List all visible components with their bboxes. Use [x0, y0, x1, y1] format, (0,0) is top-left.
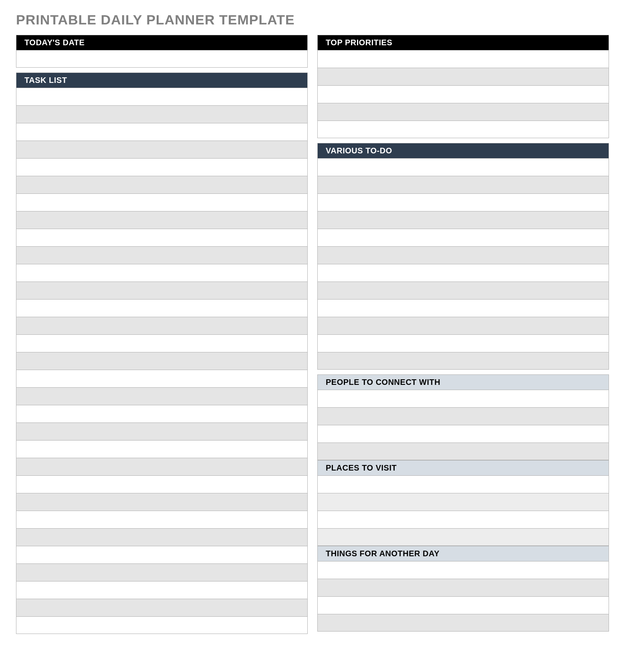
task-list-row[interactable]	[16, 193, 308, 211]
task-list-row[interactable]	[16, 405, 308, 423]
todays-date-header: TODAY'S DATE	[16, 35, 308, 50]
task-list-row[interactable]	[16, 581, 308, 599]
task-list-row[interactable]	[16, 458, 308, 475]
top-priorities-row[interactable]	[317, 68, 609, 85]
people-connect-header: PEOPLE TO CONNECT WITH	[317, 374, 609, 390]
task-list-row[interactable]	[16, 387, 308, 405]
task-list-row[interactable]	[16, 105, 308, 123]
places-visit-row[interactable]	[317, 475, 609, 493]
another-day-row[interactable]	[317, 614, 609, 632]
various-todo-row[interactable]	[317, 176, 609, 193]
task-list-row[interactable]	[16, 370, 308, 387]
people-connect-row[interactable]	[317, 390, 609, 407]
people-connect-row[interactable]	[317, 407, 609, 425]
task-list-row[interactable]	[16, 475, 308, 493]
task-list-row[interactable]	[16, 317, 308, 334]
places-visit-row[interactable]	[317, 511, 609, 528]
various-todo-row[interactable]	[317, 211, 609, 229]
task-list-row[interactable]	[16, 158, 308, 176]
left-column: TODAY'S DATE TASK LIST	[16, 35, 308, 634]
places-visit-header: PLACES TO VISIT	[317, 460, 609, 475]
task-list-row[interactable]	[16, 211, 308, 229]
task-list-row[interactable]	[16, 352, 308, 370]
various-todo-row[interactable]	[317, 264, 609, 282]
page-title: PRINTABLE DAILY PLANNER TEMPLATE	[16, 12, 609, 28]
task-list-row[interactable]	[16, 334, 308, 352]
task-list-row[interactable]	[16, 440, 308, 458]
task-list-row[interactable]	[16, 123, 308, 141]
task-list-row[interactable]	[16, 599, 308, 616]
task-list-row[interactable]	[16, 616, 308, 634]
task-list-row[interactable]	[16, 493, 308, 511]
various-todo-row[interactable]	[317, 334, 609, 352]
right-column: TOP PRIORITIES VARIOUS TO-DO PEOPLE TO C…	[317, 35, 609, 634]
top-priorities-block: TOP PRIORITIES	[317, 35, 609, 138]
task-list-block: TASK LIST	[16, 72, 308, 634]
task-list-row[interactable]	[16, 264, 308, 282]
another-day-row[interactable]	[317, 579, 609, 596]
task-list-row[interactable]	[16, 299, 308, 317]
task-list-row[interactable]	[16, 528, 308, 546]
various-todo-row[interactable]	[317, 229, 609, 246]
task-list-row[interactable]	[16, 141, 308, 158]
various-todo-row[interactable]	[317, 246, 609, 264]
places-visit-block: PLACES TO VISIT	[317, 460, 609, 546]
task-list-row[interactable]	[16, 423, 308, 440]
task-list-row[interactable]	[16, 282, 308, 299]
task-list-row[interactable]	[16, 246, 308, 264]
people-connect-row[interactable]	[317, 425, 609, 443]
another-day-block: THINGS FOR ANOTHER DAY	[317, 546, 609, 632]
places-visit-row[interactable]	[317, 528, 609, 546]
top-priorities-row[interactable]	[317, 50, 609, 68]
task-list-row[interactable]	[16, 546, 308, 563]
planner-columns: TODAY'S DATE TASK LIST TOP PRIORITIES VA…	[16, 35, 609, 634]
spacer	[16, 68, 308, 72]
various-todo-row[interactable]	[317, 352, 609, 370]
todays-date-block: TODAY'S DATE	[16, 35, 308, 68]
another-day-row[interactable]	[317, 561, 609, 579]
another-day-header: THINGS FOR ANOTHER DAY	[317, 546, 609, 561]
spacer	[317, 138, 609, 143]
various-todo-block: VARIOUS TO-DO	[317, 143, 609, 370]
various-todo-row[interactable]	[317, 299, 609, 317]
task-list-header: TASK LIST	[16, 72, 308, 88]
various-todo-row[interactable]	[317, 282, 609, 299]
various-todo-header: VARIOUS TO-DO	[317, 143, 609, 158]
task-list-row[interactable]	[16, 88, 308, 105]
spacer	[317, 370, 609, 374]
top-priorities-row[interactable]	[317, 85, 609, 103]
various-todo-row[interactable]	[317, 317, 609, 334]
people-connect-row[interactable]	[317, 443, 609, 460]
various-todo-row[interactable]	[317, 193, 609, 211]
task-list-row[interactable]	[16, 563, 308, 581]
task-list-row[interactable]	[16, 176, 308, 193]
top-priorities-header: TOP PRIORITIES	[317, 35, 609, 50]
people-connect-block: PEOPLE TO CONNECT WITH	[317, 374, 609, 460]
todays-date-row[interactable]	[16, 50, 308, 68]
top-priorities-row[interactable]	[317, 121, 609, 138]
another-day-row[interactable]	[317, 596, 609, 614]
task-list-row[interactable]	[16, 511, 308, 528]
top-priorities-row[interactable]	[317, 103, 609, 121]
places-visit-row[interactable]	[317, 493, 609, 511]
task-list-row[interactable]	[16, 229, 308, 246]
various-todo-row[interactable]	[317, 158, 609, 176]
